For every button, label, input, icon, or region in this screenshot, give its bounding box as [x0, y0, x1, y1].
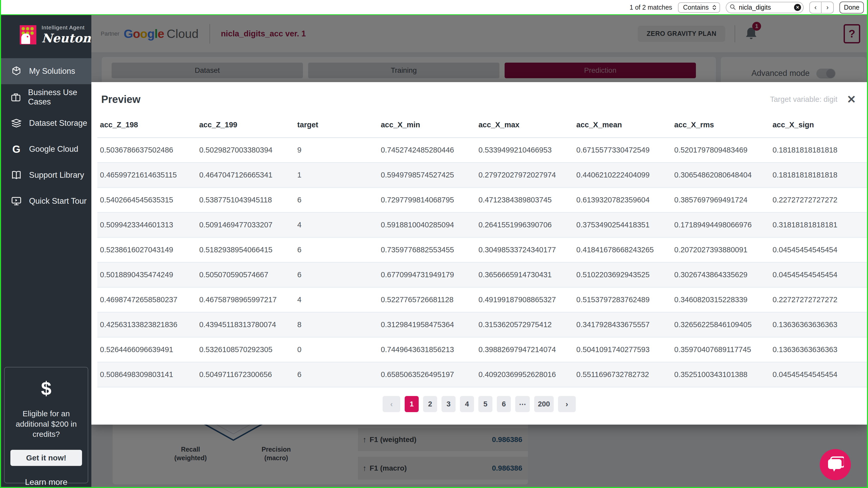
- table-cell: 0.5387751043945118: [196, 188, 294, 212]
- preview-table: acc_Z_198acc_Z_199targetacc_X_minacc_X_m…: [97, 113, 867, 387]
- table-cell: 0.3857697969491724: [672, 188, 770, 212]
- table-cell: 0.3656665914730431: [476, 262, 574, 287]
- search-icon: [730, 4, 736, 11]
- capture-border-right: [867, 0, 868, 488]
- column-header: acc_X_sign: [770, 113, 867, 138]
- column-header: acc_X_rms: [672, 113, 770, 138]
- page-button-6[interactable]: 6: [497, 396, 511, 412]
- column-header: acc_X_mean: [574, 113, 672, 138]
- table-cell: 0.7449643631856213: [378, 337, 476, 362]
- table-cell: 0.5227765726681128: [378, 287, 476, 312]
- brand-name: Neuton: [41, 31, 91, 45]
- sidebar-item-support-library[interactable]: Support Library: [1, 162, 91, 188]
- table-cell: 0.5029827003380394: [196, 138, 294, 163]
- clear-search-icon[interactable]: ✕: [794, 4, 801, 11]
- table-cell: 0.4406210222404099: [574, 163, 672, 188]
- table-cell: 0.5041091740277593: [574, 337, 672, 362]
- sidebar-item-my-solutions[interactable]: My Solutions: [1, 58, 91, 84]
- table-cell: 0.505070590574667: [196, 262, 294, 287]
- page-prev-button[interactable]: ‹: [382, 396, 400, 412]
- brand-tagline: Intelligent Agent: [41, 24, 91, 31]
- table-cell: 1: [294, 163, 378, 188]
- credits-text: Eligible for an additional $200 in credi…: [11, 408, 81, 439]
- table-cell: 0.2641551996390706: [476, 212, 574, 237]
- table-cell: 0.5102203692943525: [574, 262, 672, 287]
- table-cell: 0.5099423344601313: [97, 212, 196, 237]
- table-cell: 0.6585063526495197: [378, 362, 476, 387]
- table-cell: 0.3026743864335629: [672, 262, 770, 287]
- sidebar-item-quick-start-tour[interactable]: Quick Start Tour: [1, 188, 91, 214]
- table-cell: 0.7359776882553455: [378, 237, 476, 262]
- table-cell: 0.5049711672300656: [196, 362, 294, 387]
- chat-launcher-button[interactable]: [820, 449, 851, 480]
- table-cell: 0.3753490254418351: [574, 212, 672, 237]
- table-row: 0.465997216146351150.464704712666534110.…: [97, 163, 867, 188]
- tour-icon: [11, 196, 22, 206]
- table-cell: 4: [294, 287, 378, 312]
- table-row: 0.50188904354742490.50507059057466760.67…: [97, 262, 867, 287]
- page-button-5[interactable]: 5: [478, 396, 492, 412]
- table-cell: 0.17189494498066976: [672, 212, 770, 237]
- table-cell: 0.18181818181818: [770, 163, 867, 188]
- find-mode-select[interactable]: Contains: [678, 2, 720, 13]
- table-cell: 0.3525100343101388: [672, 362, 770, 387]
- table-row: 0.54026645456353150.538775104394511860.7…: [97, 188, 867, 212]
- sidebar-item-label: Quick Start Tour: [29, 196, 87, 206]
- table-cell: 0.3460820315228339: [672, 287, 770, 312]
- pagination: ‹123456⋯200›: [91, 396, 867, 412]
- page-button-⋯[interactable]: ⋯: [515, 396, 530, 412]
- find-done-button[interactable]: Done: [839, 2, 864, 13]
- learn-more-link[interactable]: Learn more: [5, 477, 88, 487]
- table-cell: 0.31818181818181: [770, 212, 867, 237]
- table-cell: 0.6770994731949179: [378, 262, 476, 287]
- table-cell: 0.6715577330472549: [574, 138, 672, 163]
- sidebar-item-label: Dataset Storage: [29, 118, 87, 128]
- sidebar-item-google-cloud[interactable]: GGoogle Cloud: [1, 136, 91, 162]
- preview-modal: Preview Target variable: digit ✕ acc_Z_1…: [91, 82, 867, 425]
- layers-icon: [11, 118, 22, 128]
- table-cell: 6: [294, 262, 378, 287]
- page-button-4[interactable]: 4: [460, 396, 474, 412]
- page-button-2[interactable]: 2: [423, 396, 437, 412]
- find-mode-value: Contains: [683, 4, 709, 11]
- table-cell: 6: [294, 188, 378, 212]
- table-cell: 0.27972027972027974: [476, 163, 574, 188]
- table-cell: 0.5238616027043149: [97, 237, 196, 262]
- table-cell: 0.5086498309803141: [97, 362, 196, 387]
- page-button-3[interactable]: 3: [441, 396, 456, 412]
- sidebar-item-label: Business Use Cases: [28, 88, 91, 107]
- find-search-input[interactable]: nicla_digits ✕: [726, 2, 804, 13]
- neuton-logo-icon: [20, 25, 36, 45]
- sidebar: Intelligent Agent Neuton My SolutionsBus…: [1, 15, 91, 487]
- table-row: 0.52386160270431490.518293895406641560.7…: [97, 237, 867, 262]
- page-button-1[interactable]: 1: [405, 396, 419, 412]
- cube-icon: [11, 66, 22, 77]
- sidebar-item-business-use-cases[interactable]: Business Use Cases: [1, 84, 91, 110]
- table-cell: 0.5402664545635315: [97, 188, 196, 212]
- sidebar-item-dataset-storage[interactable]: Dataset Storage: [1, 110, 91, 136]
- table-cell: 0.13636363636363: [770, 337, 867, 362]
- column-header: acc_X_min: [378, 113, 476, 138]
- table-cell: 0.5326108570292305: [196, 337, 294, 362]
- table-cell: 0.5918810040285094: [378, 212, 476, 237]
- find-query-text: nicla_digits: [739, 4, 792, 11]
- table-cell: 0.5511696732782732: [574, 362, 672, 387]
- find-prev-button[interactable]: ‹: [810, 2, 822, 13]
- target-variable-label: Target variable: digit: [770, 95, 837, 104]
- page-button-200[interactable]: 200: [534, 396, 554, 412]
- sidebar-item-label: My Solutions: [29, 66, 75, 76]
- page-next-button[interactable]: ›: [558, 396, 576, 412]
- table-cell: 0.40920369952628016: [476, 362, 574, 387]
- capture-border-left: [0, 0, 1, 488]
- get-it-now-button[interactable]: Get it now!: [10, 450, 82, 466]
- table-cell: 0.4712384389803745: [476, 188, 574, 212]
- table-row: 0.50864983098031410.504971167230065660.6…: [97, 362, 867, 387]
- table-row: 0.469874726585802370.4675879896599721740…: [97, 287, 867, 312]
- table-cell: 0.46987472658580237: [97, 287, 196, 312]
- app-window: Intelligent Agent Neuton My SolutionsBus…: [1, 15, 867, 487]
- table-cell: 0.41841678668243265: [574, 237, 672, 262]
- close-icon[interactable]: ✕: [846, 94, 857, 105]
- find-next-button[interactable]: ›: [822, 2, 833, 13]
- table-cell: 0.46599721614635115: [97, 163, 196, 188]
- table-cell: 0.5153797283762489: [574, 287, 672, 312]
